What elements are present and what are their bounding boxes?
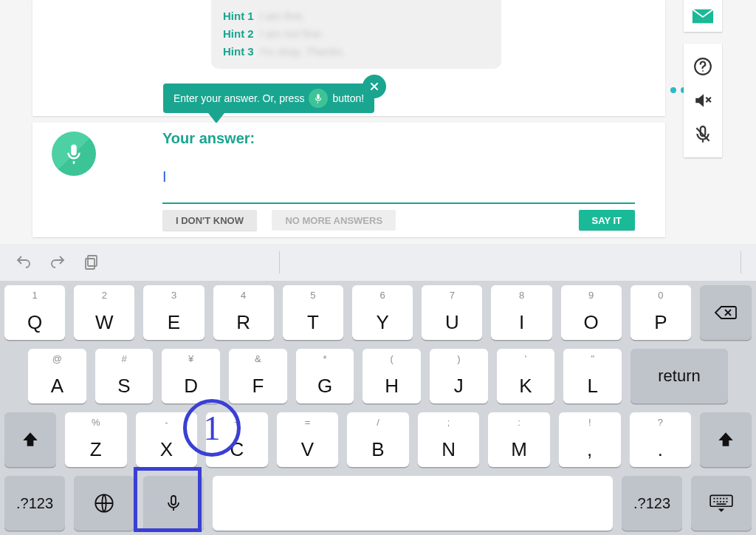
key-i[interactable]: 8I: [491, 285, 551, 340]
key-secondary: ;: [447, 417, 450, 428]
microphone-off-icon: [693, 125, 712, 144]
key-q[interactable]: 1Q: [4, 285, 65, 340]
help-button[interactable]: [684, 50, 722, 84]
key-main: J: [454, 375, 464, 398]
key-d[interactable]: ¥D: [162, 349, 220, 403]
key-main: Z: [90, 438, 102, 461]
key-l[interactable]: "L: [563, 349, 622, 403]
key-main: D: [184, 375, 198, 398]
globe-key[interactable]: [74, 476, 134, 531]
key-secondary: ?: [658, 417, 663, 428]
key-main: A: [51, 375, 63, 398]
key-v[interactable]: =V: [277, 412, 339, 467]
key-secondary: /: [377, 417, 379, 428]
space-key[interactable]: [213, 476, 613, 531]
key-secondary: +: [234, 417, 240, 428]
redo-icon: [49, 253, 66, 271]
key-o[interactable]: 9O: [561, 285, 622, 340]
key-f[interactable]: &F: [229, 349, 287, 403]
key-k[interactable]: 'K: [497, 349, 555, 403]
key-main: X: [160, 438, 173, 461]
key-secondary: 8: [519, 290, 524, 301]
key-s[interactable]: #S: [95, 349, 154, 403]
key-g[interactable]: *G: [296, 349, 354, 403]
key-p[interactable]: 0P: [630, 285, 691, 340]
undo-button[interactable]: [15, 253, 32, 271]
key-secondary: (: [391, 353, 394, 364]
key-j[interactable]: )J: [430, 349, 488, 403]
key-secondary: 7: [450, 290, 455, 301]
tooltip-close-button[interactable]: [362, 75, 386, 98]
no-more-answers-button[interactable]: NO MORE ANSWERS: [272, 210, 396, 231]
key-w[interactable]: 2W: [74, 285, 134, 340]
return-key[interactable]: return: [630, 349, 728, 403]
tooltip-banner: Enter your answer. Or, press button!: [163, 84, 374, 113]
shift-key-right[interactable]: [700, 412, 752, 467]
key-secondary: &: [255, 353, 261, 364]
tooltip-arrow: [208, 113, 224, 123]
key-main: P: [654, 311, 667, 334]
number-switch-key-left[interactable]: .?123: [4, 476, 65, 531]
key-main: E: [168, 311, 180, 334]
key-secondary: @: [52, 353, 62, 364]
voice-badge[interactable]: [52, 132, 96, 176]
key-secondary: #: [121, 353, 126, 364]
key-y[interactable]: 6Y: [352, 285, 413, 340]
key-h[interactable]: (H: [362, 349, 421, 403]
key-main: ,: [587, 438, 592, 461]
shift-key-left[interactable]: [4, 412, 56, 467]
key-a[interactable]: @A: [28, 349, 86, 403]
key-main: Y: [376, 311, 388, 334]
key-main: F: [252, 375, 264, 398]
key-secondary: 6: [379, 290, 385, 301]
microphone-icon: [63, 143, 85, 165]
globe-icon: [94, 493, 114, 514]
tooltip-text-pre: Enter your answer. Or, press: [173, 92, 304, 104]
key-u[interactable]: 7U: [422, 285, 482, 340]
dictation-key[interactable]: [143, 476, 204, 531]
say-it-button[interactable]: SAY IT: [579, 210, 635, 231]
key-b[interactable]: /B: [347, 412, 409, 467]
key-main: K: [519, 375, 532, 398]
help-icon: [693, 57, 712, 76]
key-z[interactable]: %Z: [65, 412, 127, 467]
mail-button[interactable]: [684, 0, 722, 32]
key-secondary: *: [323, 353, 326, 364]
redo-button[interactable]: [49, 253, 66, 271]
key-,[interactable]: !,: [559, 412, 621, 467]
volume-mute-icon: [693, 91, 712, 110]
mute-sound-button[interactable]: [684, 84, 722, 117]
key-n[interactable]: ;N: [418, 412, 480, 467]
svg-rect-7: [710, 495, 732, 506]
number-switch-key-right[interactable]: .?123: [622, 476, 682, 531]
key-m[interactable]: :M: [488, 412, 550, 467]
hint-3-label: Hint 3: [223, 45, 254, 58]
key-secondary: ': [525, 353, 526, 364]
key-secondary: =: [305, 417, 311, 428]
key-t[interactable]: 5T: [283, 285, 343, 340]
i-dont-know-button[interactable]: I DON'T KNOW: [162, 210, 257, 231]
key-secondary: ": [591, 353, 594, 364]
tooltip-text-post: button!: [332, 92, 364, 104]
key-main: T: [307, 311, 319, 334]
mail-icon: [692, 8, 714, 24]
mute-mic-button[interactable]: [684, 117, 722, 151]
backspace-key[interactable]: [700, 285, 752, 340]
svg-rect-3: [88, 256, 97, 266]
clipboard-button[interactable]: [83, 253, 100, 271]
key-c[interactable]: +C: [206, 412, 268, 467]
microphone-icon: [309, 89, 328, 108]
key-secondary: ¥: [188, 353, 193, 364]
key-secondary: !: [588, 417, 591, 428]
key-main: M: [511, 438, 527, 461]
hint-2-label: Hint 2: [223, 27, 254, 40]
key-main: R: [236, 311, 250, 334]
key-.[interactable]: ?.: [630, 412, 692, 467]
key-x[interactable]: -X: [136, 412, 198, 467]
key-r[interactable]: 4R: [213, 285, 274, 340]
hide-keyboard-key[interactable]: [691, 476, 752, 531]
answer-input[interactable]: [162, 151, 635, 202]
answer-label: Your answer:: [162, 130, 255, 147]
key-main: B: [371, 438, 384, 461]
key-e[interactable]: 3E: [143, 285, 204, 340]
